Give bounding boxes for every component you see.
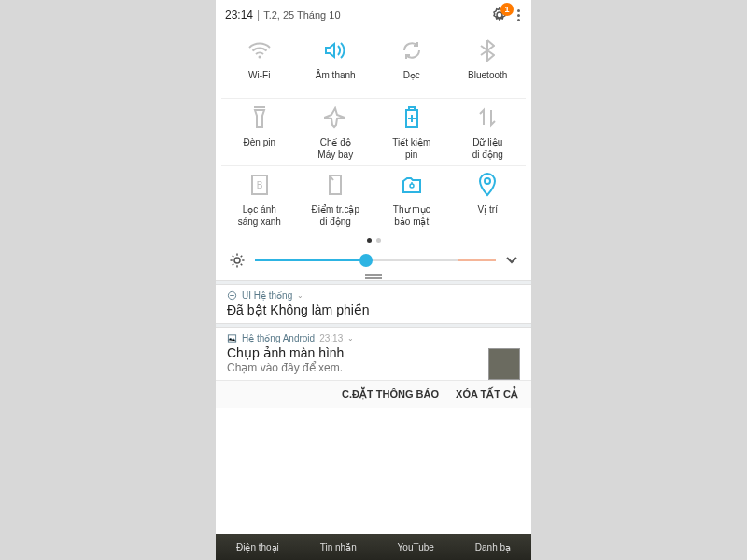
clear-all-button[interactable]: XÓA TẤT CẢ	[456, 388, 518, 400]
bluelight-icon: B	[247, 172, 273, 198]
page-indicator	[216, 234, 531, 245]
flashlight-icon	[247, 105, 273, 131]
dock-messages[interactable]: Tin nhắn	[320, 542, 357, 553]
sound-icon	[322, 37, 348, 63]
dnd-icon	[227, 290, 237, 301]
brightness-row	[216, 245, 531, 273]
location-icon	[474, 172, 500, 198]
svg-point-5	[410, 184, 414, 188]
dock-phone[interactable]: Điện thoại	[236, 542, 279, 553]
notification-screenshot[interactable]: Hệ thống Android 23:13 ⌄ Chụp ảnh màn hì…	[216, 328, 531, 380]
brightness-icon	[229, 252, 246, 269]
svg-text:B: B	[256, 180, 262, 190]
brightness-slider[interactable]	[255, 259, 496, 261]
dock-youtube[interactable]: YouTube	[398, 542, 434, 553]
settings-badge: 1	[500, 3, 514, 16]
status-date: T.2, 25 Tháng 10	[263, 9, 340, 21]
notification-panel: 23:14 | T.2, 25 Tháng 10 1 Wi-Fi Âm than…	[216, 0, 531, 560]
data-icon	[474, 105, 500, 131]
dock-contacts[interactable]: Danh bạ	[475, 542, 511, 553]
toggle-location[interactable]: Vị trí	[450, 166, 527, 232]
screenshot-thumbnail	[488, 348, 520, 380]
toggle-airplane[interactable]: Chế độMáy bay	[298, 99, 374, 166]
dock: Điện thoại Tin nhắn YouTube Danh bạ	[216, 534, 531, 560]
settings-button[interactable]: 1	[491, 7, 508, 23]
svg-point-6	[485, 178, 490, 184]
toggle-secure-folder[interactable]: Thư mụcbảo mật	[374, 166, 450, 232]
wifi-icon	[247, 37, 273, 63]
secure-folder-icon	[399, 172, 425, 198]
chevron-down-icon: ⌄	[347, 334, 354, 343]
toggle-hotspot[interactable]: Điểm tr.cậpdi động	[298, 166, 374, 232]
toggle-battery-saver[interactable]: Tiết kiệmpin	[374, 99, 450, 166]
svg-point-7	[234, 258, 240, 263]
toggle-blue-light[interactable]: B Lọc ánhsáng xanh	[221, 166, 298, 232]
rotation-icon	[399, 37, 425, 63]
quick-toggles: Wi-Fi Âm thanh Dọc Bluetooth Đèn pin Chế…	[216, 28, 531, 234]
toggle-bluetooth[interactable]: Bluetooth	[450, 32, 527, 99]
airplane-icon	[322, 105, 348, 131]
hotspot-icon	[322, 172, 348, 198]
toggle-flashlight[interactable]: Đèn pin	[221, 99, 298, 166]
menu-button[interactable]	[515, 7, 522, 23]
bluetooth-icon	[474, 37, 500, 63]
drag-handle[interactable]	[216, 273, 531, 280]
status-time: 23:14	[225, 8, 253, 21]
notification-dnd[interactable]: UI Hệ thống ⌄ Đã bật Không làm phiền	[216, 285, 531, 323]
image-icon	[227, 333, 237, 343]
svg-rect-2	[409, 107, 415, 110]
notification-actions: C.ĐẶT THÔNG BÁO XÓA TẤT CẢ	[216, 380, 531, 408]
battery-icon	[399, 105, 425, 131]
notification-settings-button[interactable]: C.ĐẶT THÔNG BÁO	[342, 388, 439, 400]
chevron-down-icon: ⌄	[297, 291, 303, 300]
svg-point-0	[258, 56, 261, 59]
toggle-sound[interactable]: Âm thanh	[298, 32, 374, 99]
status-bar: 23:14 | T.2, 25 Tháng 10 1	[216, 0, 531, 28]
brightness-expand[interactable]	[505, 256, 518, 265]
toggle-wifi[interactable]: Wi-Fi	[221, 32, 298, 99]
toggle-rotation[interactable]: Dọc	[374, 32, 450, 99]
toggle-mobile-data[interactable]: Dữ liệudi động	[450, 99, 527, 166]
